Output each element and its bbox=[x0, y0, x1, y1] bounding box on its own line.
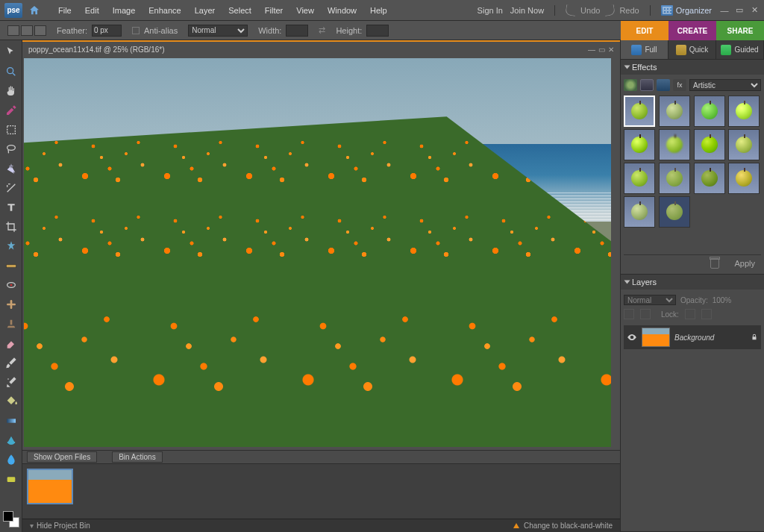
redo-label[interactable]: Redo bbox=[619, 6, 639, 15]
effect-thumb[interactable] bbox=[659, 196, 690, 228]
hand-tool-icon[interactable] bbox=[4, 84, 19, 98]
layer-thumbnail[interactable] bbox=[642, 328, 670, 347]
apply-button[interactable]: Apply bbox=[734, 259, 755, 268]
effect-thumb[interactable] bbox=[728, 163, 760, 194]
view-tab-guided[interactable]: Guided bbox=[716, 40, 764, 59]
opacity-value[interactable]: 100% bbox=[713, 296, 732, 304]
bin-thumbnail[interactable] bbox=[27, 469, 73, 504]
menu-image[interactable]: Image bbox=[107, 3, 142, 18]
lock-all-icon[interactable] bbox=[701, 309, 712, 319]
sponge-tool-icon[interactable] bbox=[4, 472, 19, 486]
menu-view[interactable]: View bbox=[290, 3, 320, 18]
menu-layer[interactable]: Layer bbox=[189, 3, 222, 18]
menu-enhance[interactable]: Enhance bbox=[143, 3, 187, 18]
healing-brush-tool-icon[interactable] bbox=[4, 297, 19, 312]
effect-thumb[interactable] bbox=[659, 163, 690, 194]
fx-photoeffects-icon[interactable] bbox=[657, 79, 670, 91]
menu-help[interactable]: Help bbox=[364, 3, 393, 18]
menu-file[interactable]: File bbox=[52, 3, 78, 18]
doc-minimize-icon[interactable]: — bbox=[588, 46, 595, 54]
straighten-tool-icon[interactable] bbox=[4, 258, 19, 273]
crop-tool-icon[interactable] bbox=[4, 219, 19, 234]
hide-project-bin[interactable]: Hide Project Bin bbox=[37, 522, 90, 530]
mode-create-tab[interactable]: CREATE bbox=[668, 21, 716, 40]
fx-filters-icon[interactable] bbox=[624, 79, 637, 91]
effect-thumb[interactable] bbox=[694, 96, 725, 127]
fx-layerstyles-icon[interactable] bbox=[640, 79, 654, 91]
effect-thumb[interactable] bbox=[624, 96, 655, 127]
doc-restore-icon[interactable]: ▭ bbox=[598, 46, 605, 54]
magic-wand-tool-icon[interactable] bbox=[4, 161, 19, 176]
restore-button[interactable]: ▭ bbox=[734, 5, 745, 16]
show-open-files-button[interactable]: Show Open Files bbox=[27, 451, 97, 463]
mode-edit-tab[interactable]: EDIT bbox=[621, 21, 668, 40]
effect-thumb[interactable] bbox=[624, 196, 655, 228]
marquee-tool-icon[interactable] bbox=[4, 122, 19, 137]
view-tab-full[interactable]: Full bbox=[621, 40, 668, 59]
bin-actions-button[interactable]: Bin Actions bbox=[112, 451, 162, 463]
lasso-tool-icon[interactable] bbox=[4, 142, 19, 157]
fx-all-icon[interactable]: fx bbox=[673, 79, 686, 91]
color-swatches[interactable] bbox=[3, 511, 19, 528]
gradient-tool-icon[interactable] bbox=[4, 413, 19, 428]
quick-selection-tool-icon[interactable] bbox=[4, 181, 19, 195]
document-titlebar[interactable]: poppy_ocean11x14.tif @ 25% (RGB/16*) — ▭… bbox=[22, 40, 620, 57]
lock-transparency-icon[interactable] bbox=[685, 309, 695, 319]
menu-window[interactable]: Window bbox=[322, 3, 363, 18]
feather-input[interactable] bbox=[92, 25, 122, 37]
undo-icon[interactable] bbox=[565, 4, 577, 16]
effect-thumb[interactable] bbox=[728, 96, 760, 127]
home-icon[interactable] bbox=[27, 3, 42, 18]
eyedropper-tool-icon[interactable] bbox=[4, 103, 19, 118]
trash-icon[interactable] bbox=[710, 258, 719, 269]
effect-thumb[interactable] bbox=[624, 163, 655, 194]
selection-mode-icons[interactable] bbox=[7, 25, 46, 36]
zoom-tool-icon[interactable] bbox=[4, 64, 19, 79]
view-tab-quick[interactable]: Quick bbox=[668, 40, 716, 59]
brush-tool-icon[interactable] bbox=[4, 355, 19, 370]
effects-category-select[interactable]: Artistic bbox=[689, 79, 761, 91]
redeye-tool-icon[interactable] bbox=[4, 278, 19, 292]
width-input[interactable] bbox=[286, 25, 308, 37]
clone-stamp-tool-icon[interactable] bbox=[4, 316, 19, 331]
smart-brush-tool-icon[interactable] bbox=[4, 375, 19, 389]
cookie-cutter-tool-icon[interactable] bbox=[4, 239, 19, 254]
effect-thumb[interactable] bbox=[624, 129, 655, 160]
paint-bucket-tool-icon[interactable] bbox=[4, 394, 19, 409]
swap-dims-icon[interactable]: ⇄ bbox=[319, 25, 325, 35]
blur-tool-icon[interactable] bbox=[4, 452, 19, 467]
mode-share-tab[interactable]: SHARE bbox=[716, 21, 764, 40]
layer-name[interactable]: Background bbox=[674, 334, 746, 342]
move-tool-icon[interactable] bbox=[4, 45, 19, 60]
effect-thumb[interactable] bbox=[728, 129, 760, 160]
effects-panel-header[interactable]: Effects bbox=[621, 60, 764, 75]
effect-thumb[interactable] bbox=[659, 96, 690, 127]
visibility-icon[interactable] bbox=[627, 332, 637, 342]
redo-icon[interactable] bbox=[604, 4, 616, 16]
new-layer-icon[interactable] bbox=[624, 309, 634, 319]
foreground-color-swatch[interactable] bbox=[3, 511, 13, 522]
eraser-tool-icon[interactable] bbox=[4, 336, 19, 351]
join-now-link[interactable]: Join Now bbox=[510, 6, 544, 15]
selection-mode-select[interactable]: Normal bbox=[188, 25, 248, 37]
canvas[interactable] bbox=[24, 58, 611, 447]
layer-item[interactable]: Background bbox=[624, 325, 761, 349]
close-button[interactable]: ✕ bbox=[749, 5, 760, 16]
menu-filter[interactable]: Filter bbox=[259, 3, 289, 18]
antialias-checkbox[interactable] bbox=[132, 27, 140, 34]
effect-thumb[interactable] bbox=[694, 163, 725, 194]
app-logo[interactable]: pse bbox=[4, 3, 22, 18]
doc-close-icon[interactable]: ✕ bbox=[608, 46, 614, 54]
delete-layer-icon[interactable] bbox=[640, 309, 651, 319]
menu-select[interactable]: Select bbox=[222, 3, 257, 18]
menu-edit[interactable]: Edit bbox=[79, 3, 105, 18]
height-input[interactable] bbox=[366, 25, 389, 37]
undo-label[interactable]: Undo bbox=[580, 6, 600, 15]
shape-tool-icon[interactable] bbox=[4, 433, 19, 448]
sign-in-link[interactable]: Sign In bbox=[478, 6, 503, 15]
effect-thumb[interactable] bbox=[659, 129, 690, 160]
effect-thumb[interactable] bbox=[694, 129, 725, 160]
minimize-button[interactable]: — bbox=[719, 5, 730, 16]
blend-mode-select[interactable]: Normal bbox=[624, 295, 676, 305]
layers-panel-header[interactable]: Layers bbox=[621, 275, 764, 290]
